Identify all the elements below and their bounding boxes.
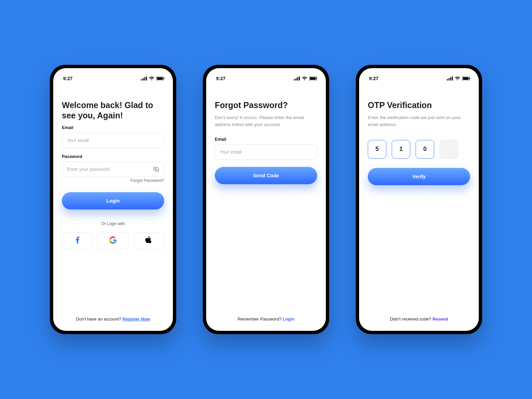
battery-icon (462, 76, 470, 80)
eye-off-icon[interactable] (152, 165, 160, 173)
svg-rect-15 (449, 78, 450, 80)
login-footer-text: Don't have an account? (76, 317, 123, 322)
svg-rect-6 (164, 78, 164, 79)
status-bar: 9:27 (366, 74, 471, 83)
otp-digit-1[interactable]: 5 (368, 140, 386, 159)
register-now-link[interactable]: Register Now (122, 317, 150, 322)
otp-digit-3[interactable]: 0 (416, 140, 434, 159)
facebook-icon (75, 236, 79, 245)
otp-digit-2[interactable]: 1 (392, 140, 410, 159)
phone-login: 9:27 Welcome back! Glad to see you, Agai… (50, 65, 176, 334)
forgot-subtext: Don't worry! It occurs. Please enter the… (215, 114, 317, 128)
phone-otp: 9:27 OTP Verification Enter the verifica… (356, 65, 482, 334)
signal-icon (447, 76, 453, 80)
svg-rect-5 (157, 77, 163, 80)
social-apple-button[interactable] (133, 232, 164, 249)
battery-icon (309, 76, 317, 80)
status-time: 9:27 (213, 76, 225, 81)
status-time: 9:27 (366, 76, 378, 81)
wifi-icon (302, 76, 307, 80)
otp-footer: Didn't received code? Resend (368, 317, 470, 324)
wifi-icon (455, 76, 460, 80)
otp-footer-text: Didn't received code? (390, 317, 432, 322)
forgot-email-input[interactable] (215, 144, 317, 160)
wifi-icon (149, 76, 154, 80)
password-input[interactable] (62, 162, 164, 177)
otp-subtext: Enter the verification code we just sent… (368, 114, 470, 128)
svg-rect-13 (317, 78, 317, 79)
screen-otp: 9:27 OTP Verification Enter the verifica… (359, 68, 479, 331)
remember-login-link[interactable]: Login (283, 317, 294, 322)
login-title: Welcome back! Glad to see you, Again! (62, 100, 164, 121)
password-label: Password (62, 154, 164, 159)
google-icon (109, 236, 117, 245)
forgot-email-label: Email (215, 137, 317, 142)
login-button[interactable]: Login (62, 192, 164, 209)
resend-code-link[interactable]: Resend (433, 317, 448, 322)
login-footer: Don't have an account? Register Now (62, 317, 164, 324)
apple-icon (145, 236, 152, 245)
email-input[interactable] (62, 133, 164, 148)
status-bar: 9:27 (61, 74, 166, 83)
svg-rect-16 (450, 77, 451, 80)
svg-rect-17 (452, 76, 453, 80)
phone-forgot: 9:27 Forgot Password? Don't worry! It oc… (203, 65, 329, 334)
forgot-footer: Remember Password? Login (215, 317, 317, 324)
svg-rect-19 (463, 77, 468, 80)
email-label: Email (62, 125, 164, 130)
svg-rect-14 (447, 79, 448, 80)
social-google-button[interactable] (97, 232, 128, 249)
screen-login: 9:27 Welcome back! Glad to see you, Agai… (53, 68, 173, 331)
svg-rect-8 (296, 78, 297, 80)
social-facebook-button[interactable] (62, 232, 93, 249)
svg-rect-12 (310, 77, 316, 80)
or-login-with-label: Or Login with (101, 221, 125, 226)
status-bar: 9:27 (213, 74, 319, 83)
otp-input-row: 5 1 0 (368, 140, 470, 159)
otp-digit-4[interactable] (440, 140, 458, 159)
forgot-password-link[interactable]: Forgot Password? (62, 178, 164, 183)
svg-rect-7 (294, 79, 295, 80)
forgot-title: Forgot Password? (215, 100, 317, 110)
svg-rect-1 (143, 78, 144, 80)
status-time: 9:27 (61, 76, 72, 81)
battery-icon (156, 76, 164, 80)
svg-rect-2 (144, 77, 145, 80)
svg-rect-10 (299, 76, 300, 80)
svg-rect-20 (469, 78, 470, 79)
forgot-footer-text: Remember Password? (237, 317, 283, 322)
otp-title: OTP Verification (368, 100, 470, 110)
screen-forgot: 9:27 Forgot Password? Don't worry! It oc… (206, 68, 326, 331)
signal-icon (294, 76, 300, 80)
signal-icon (141, 76, 147, 80)
svg-rect-0 (141, 79, 142, 80)
login-divider: Or Login with (62, 221, 164, 226)
svg-rect-9 (297, 77, 298, 80)
svg-rect-3 (146, 76, 147, 80)
send-code-button[interactable]: Send Code (215, 167, 317, 184)
verify-button[interactable]: Verify (368, 168, 470, 185)
